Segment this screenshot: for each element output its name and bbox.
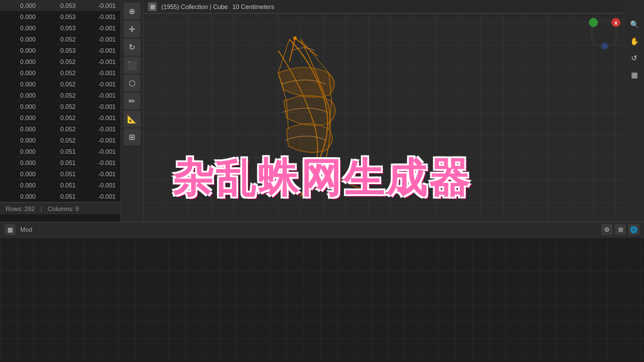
table-cell: -0.001 [80,103,120,110]
table-cell: -0.001 [80,70,120,76]
table-row: 0.0000.051-0.001 [0,146,120,157]
transform-btn[interactable]: ⬡ [124,75,140,91]
table-cell: 0.052 [40,81,80,88]
table-cell: -0.001 [80,148,120,155]
table-row: 0.0000.052-0.001 [0,112,120,123]
editor-icon[interactable]: ▦ [4,224,16,235]
cursor-tool-btn[interactable]: ⊕ [124,3,140,20]
table-cell: -0.001 [80,159,120,166]
layout-btn[interactable]: ⊞ [615,224,626,235]
data-table: 0.0000.053-0.0010.0000.053-0.0010.0000.0… [0,0,120,202]
table-cell: 0.000 [0,114,40,121]
scale-tool-btn[interactable]: ⬛ [124,57,140,74]
svg-point-12 [589,18,598,27]
table-cell: 0.051 [40,171,80,177]
table-cell: -0.001 [80,13,120,20]
table-row: 0.0000.053-0.001 [0,22,120,34]
table-cell: -0.001 [80,2,120,9]
editor-mode-label: Mod [20,226,32,233]
table-cell: 0.052 [40,58,80,65]
table-cell: 0.052 [40,70,80,76]
table-cell: 0.000 [0,171,40,177]
table-cell: 0.000 [0,126,40,132]
table-cell: 0.000 [0,148,40,155]
table-cell: -0.001 [80,58,120,65]
shape-svg [244,28,368,196]
3d-viewport[interactable]: ▦ (1955) Collection | Cube 10 Centimeter… [143,0,644,222]
svg-line-0 [278,39,289,73]
table-row: 0.0000.052-0.001 [0,67,120,79]
rotate-tool-btn[interactable]: ↻ [124,39,140,56]
table-cell: 0.000 [0,36,40,43]
table-cell: 0.051 [40,148,80,155]
bottom-toolbar: ▦ Mod ⚙ ⊞ 🌐 [0,222,644,237]
table-cell: 0.000 [0,70,40,76]
viewport-units: 10 Centimeters [232,3,274,10]
table-row: 0.0000.051-0.001 [0,180,120,191]
viewport-toolbar-right: 🔍 ✋ ↺ ▦ [624,0,644,222]
table-cell: 0.052 [40,137,80,144]
table-row: 0.0000.052-0.001 [0,56,120,67]
table-cell: 0.000 [0,58,40,65]
table-cell: -0.001 [80,81,120,88]
table-row: 0.0000.051-0.001 [0,168,120,180]
table-cell: -0.001 [80,182,120,189]
table-cell: 0.000 [0,81,40,88]
row-count: Rows: 282 [6,205,35,212]
rotate-view-btn[interactable]: ↺ [627,51,642,65]
3d-shape [244,28,357,185]
table-row: 0.0000.051-0.001 [0,157,120,168]
viewport-mode-icon: ▦ [148,2,157,11]
table-row: 0.0000.053-0.001 [0,0,120,11]
move-tool-btn[interactable]: ✛ [124,21,140,38]
axis-indicator: X [588,17,622,51]
table-cell: 0.000 [0,137,40,144]
table-cell: 0.000 [0,2,40,9]
table-row: 0.0000.053-0.001 [0,45,120,56]
table-cell: 0.000 [0,47,40,54]
add-btn[interactable]: ⊞ [124,129,140,145]
node-grid [0,237,644,361]
col-count: Columns: 9 [48,205,79,212]
table-row: 0.0000.053-0.001 [0,11,120,22]
table-cell: -0.001 [80,114,120,121]
table-row: 0.0000.052-0.001 [0,79,120,90]
table-cell: 0.000 [0,25,40,31]
table-cell: 0.053 [40,13,80,20]
lang-btn[interactable]: 🌐 [628,224,640,235]
table-footer: Rows: 282 | Columns: 9 [0,202,120,214]
table-cell: 0.000 [0,159,40,166]
svg-line-8 [295,38,318,56]
table-cell: -0.001 [80,193,120,200]
annotate-btn[interactable]: ✏ [124,93,140,109]
table-cell: 0.000 [0,193,40,200]
viewport-collection-name: (1955) Collection | Cube [161,3,228,10]
table-cell: -0.001 [80,25,120,31]
viewport-header: ▦ (1955) Collection | Cube 10 Centimeter… [143,0,644,13]
grid-btn[interactable]: ▦ [627,67,642,82]
data-table-panel: 0.0000.053-0.0010.0000.053-0.0010.0000.0… [0,0,121,222]
table-cell: 0.053 [40,25,80,31]
table-row: 0.0000.052-0.001 [0,135,120,146]
table-cell: 0.000 [0,103,40,110]
hand-btn[interactable]: ✋ [627,34,642,48]
table-cell: -0.001 [80,92,120,99]
table-cell: 0.052 [40,114,80,121]
table-cell: 0.000 [0,13,40,20]
measure-btn[interactable]: 📐 [124,111,140,127]
bottom-toolbar-right: ⚙ ⊞ 🌐 [601,224,640,235]
table-cell: 0.053 [40,2,80,9]
node-editor[interactable]: ▾ Random Value Value Integer Min 0 [0,237,644,361]
table-row: 0.0000.052-0.001 [0,101,120,112]
table-cell: 0.000 [0,92,40,99]
viewport-grid [143,0,644,222]
table-cell: 0.051 [40,193,80,200]
svg-text:X: X [614,20,618,26]
table-cell: 0.051 [40,182,80,189]
table-cell: -0.001 [80,171,120,177]
table-cell: -0.001 [80,36,120,43]
table-row: 0.0000.052-0.001 [0,34,120,45]
settings-btn[interactable]: ⚙ [601,224,613,235]
svg-point-13 [601,43,608,49]
zoom-btn[interactable]: 🔍 [627,17,642,31]
